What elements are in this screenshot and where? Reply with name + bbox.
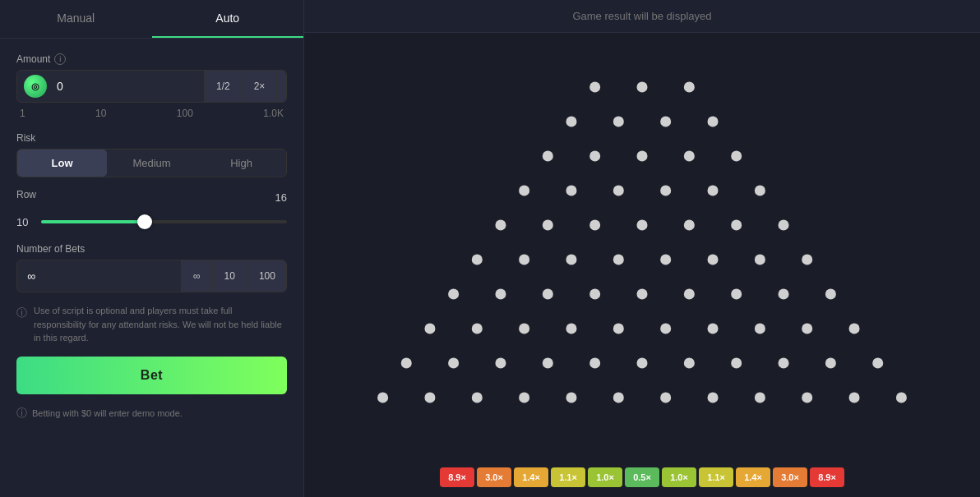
amount-input-row: ◎ 1/2 2× ▲ ▼ <box>16 70 287 103</box>
peg-9-5 <box>613 392 624 403</box>
panel-content: Amount i ◎ 1/2 2× ▲ ▼ 1 10 100 1.0K <box>0 39 303 497</box>
peg-7-0 <box>424 323 435 334</box>
row-slider-container <box>41 212 287 232</box>
peg-4-5 <box>731 219 742 230</box>
peg-9-0 <box>377 392 388 403</box>
peg-4-2 <box>589 219 600 230</box>
risk-high[interactable]: High <box>196 150 286 177</box>
peg-6-1 <box>495 288 506 299</box>
half-button[interactable]: 1/2 <box>204 71 242 102</box>
peg-7-1 <box>472 323 483 334</box>
bets-input[interactable] <box>17 263 181 289</box>
peg-6-7 <box>779 288 789 299</box>
tab-auto[interactable]: Auto <box>152 0 304 38</box>
peg-3-1 <box>566 185 576 196</box>
amount-input[interactable] <box>53 73 204 99</box>
peg-5-2 <box>566 254 576 265</box>
tabs: Manual Auto <box>0 0 303 39</box>
peg-9-2 <box>472 392 483 403</box>
disclaimer-icon: ⓘ <box>16 305 27 321</box>
disclaimer: ⓘ Use of script is optional and players … <box>16 304 287 345</box>
double-button[interactable]: 2× <box>242 71 277 102</box>
bucket-6: 1.0× <box>662 467 696 487</box>
bets-label: Number of Bets <box>16 243 287 255</box>
quick-1k[interactable]: 1.0K <box>260 106 287 121</box>
amount-info-icon[interactable]: i <box>54 53 66 65</box>
bucket-8: 1.4× <box>736 467 770 487</box>
bucket-0: 8.9× <box>440 467 474 487</box>
amount-label: Amount i <box>16 53 287 65</box>
demo-note-text: Betting with $0 will enter demo mode. <box>32 408 183 418</box>
peg-5-7 <box>802 254 812 265</box>
row-max-label: 16 <box>275 191 287 204</box>
game-header: Game result will be displayed <box>304 0 980 33</box>
left-panel: Manual Auto Amount i ◎ 1/2 2× ▲ ▼ 1 10 <box>0 0 304 497</box>
peg-6-0 <box>448 288 459 299</box>
demo-note: ⓘ Betting with $0 will enter demo mode. <box>16 406 287 421</box>
bets-10-btn[interactable]: 10 <box>212 260 247 292</box>
peg-8-0 <box>401 357 412 368</box>
peg-4-1 <box>543 219 553 230</box>
peg-7-3 <box>566 323 576 334</box>
quick-1[interactable]: 1 <box>16 106 29 121</box>
bets-input-row: ∞ 10 100 <box>16 260 287 292</box>
quick-100[interactable]: 100 <box>173 106 196 121</box>
peg-3-5 <box>755 185 765 196</box>
peg-7-5 <box>660 323 671 334</box>
peg-4-0 <box>495 219 506 230</box>
peg-0-2 <box>684 81 695 92</box>
risk-label: Risk <box>16 132 287 144</box>
peg-7-8 <box>802 323 812 334</box>
peg-7-6 <box>708 323 719 334</box>
peg-1-0 <box>566 116 576 127</box>
peg-4-4 <box>684 219 695 230</box>
peg-9-4 <box>566 392 576 403</box>
amount-up-btn[interactable]: ▲ <box>277 71 287 86</box>
right-panel: Game result will be displayed .peg { fil… <box>304 0 980 497</box>
peg-6-8 <box>825 288 836 299</box>
peg-9-7 <box>708 392 719 403</box>
peg-2-4 <box>731 150 742 161</box>
risk-low[interactable]: Low <box>17 150 107 177</box>
bucket-2: 1.4× <box>514 467 548 487</box>
bets-100-btn[interactable]: 100 <box>247 260 287 292</box>
pegs-svg: .peg { fill: #d8d8d8; } // pegs will be … <box>321 49 964 467</box>
peg-7-9 <box>849 323 860 334</box>
peg-8-6 <box>684 357 695 368</box>
peg-7-7 <box>755 323 765 334</box>
buckets-row: 8.9×3.0×1.4×1.1×1.0×0.5×1.0×1.1×1.4×3.0×… <box>321 467 964 497</box>
bucket-1: 3.0× <box>477 467 511 487</box>
amount-down-btn[interactable]: ▼ <box>277 86 287 102</box>
peg-9-11 <box>896 392 907 403</box>
peg-6-5 <box>684 288 695 299</box>
peg-9-10 <box>849 392 860 403</box>
tab-manual[interactable]: Manual <box>0 0 152 38</box>
risk-medium[interactable]: Medium <box>107 150 196 177</box>
peg-8-4 <box>589 357 600 368</box>
peg-8-1 <box>448 357 459 368</box>
peg-1-1 <box>613 116 624 127</box>
bets-inf-btn[interactable]: ∞ <box>181 260 212 292</box>
peg-3-3 <box>660 185 671 196</box>
risk-buttons: Low Medium High <box>16 149 287 177</box>
peg-9-6 <box>660 392 671 403</box>
peg-1-3 <box>708 116 719 127</box>
peg-8-2 <box>495 357 506 368</box>
peg-8-7 <box>731 357 742 368</box>
peg-8-10 <box>872 357 883 368</box>
peg-6-3 <box>589 288 600 299</box>
peg-6-6 <box>731 288 742 299</box>
bucket-3: 1.1× <box>551 467 585 487</box>
peg-2-2 <box>636 150 647 161</box>
peg-5-0 <box>472 254 483 265</box>
quick-10[interactable]: 10 <box>92 106 109 121</box>
peg-2-3 <box>684 150 695 161</box>
bet-button[interactable]: Bet <box>16 357 287 394</box>
disclaimer-text: Use of script is optional and players mu… <box>34 304 287 345</box>
peg-1-2 <box>660 116 671 127</box>
peg-9-3 <box>519 392 529 403</box>
peg-5-6 <box>755 254 765 265</box>
peg-6-4 <box>636 288 647 299</box>
peg-4-6 <box>779 219 789 230</box>
bucket-4: 1.0× <box>588 467 622 487</box>
